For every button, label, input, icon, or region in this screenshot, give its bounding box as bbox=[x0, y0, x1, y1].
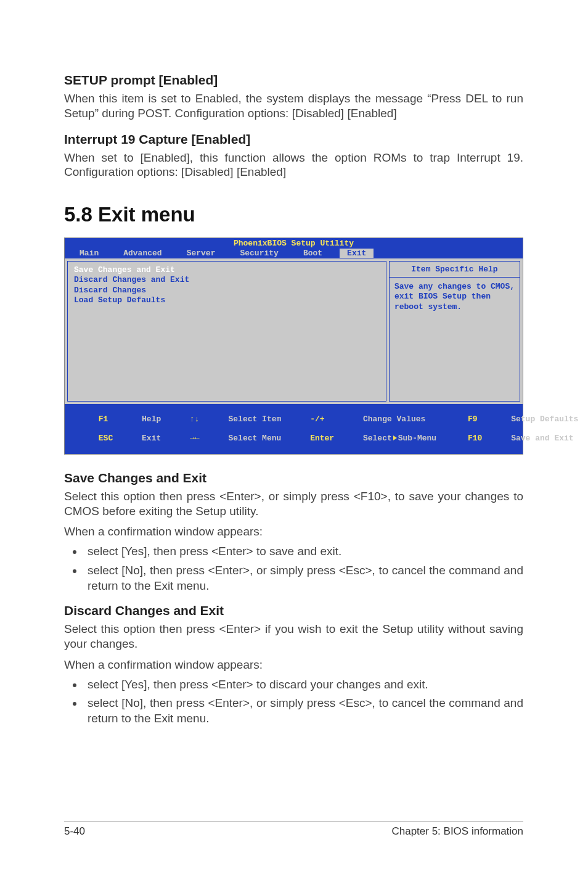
bios-screenshot: PhoenixBIOS Setup Utility Main Advanced … bbox=[64, 237, 523, 455]
tab-security[interactable]: Security bbox=[232, 249, 285, 258]
save-exit-p1: Select this option then press <Enter>, o… bbox=[64, 489, 523, 519]
chapter-label: Chapter 5: BIOS information bbox=[391, 825, 523, 838]
key-f1: F1 bbox=[99, 415, 108, 424]
key-f10: F10 bbox=[468, 434, 482, 443]
discard-exit-li2: select [No], then press <Enter>, or simp… bbox=[84, 696, 523, 726]
key-esc: ESC bbox=[99, 434, 113, 443]
discard-exit-heading: Discard Changes and Exit bbox=[64, 603, 523, 618]
bios-help-panel: Item Specific Help Save any changes to C… bbox=[389, 261, 520, 402]
bios-menu-list: Save Changes and Exit Discard Changes an… bbox=[67, 261, 386, 402]
save-exit-li2: select [No], then press <Enter>, or simp… bbox=[84, 563, 523, 593]
menu-discard-changes[interactable]: Discard Changes bbox=[74, 286, 380, 295]
bios-tabs: Main Advanced Server Security Boot Exit bbox=[65, 249, 523, 258]
interrupt19-heading: Interrupt 19 Capture [Enabled] bbox=[64, 132, 523, 147]
save-exit-list: select [Yes], then press <Enter> to save… bbox=[64, 544, 523, 593]
label-help: Help bbox=[142, 415, 161, 424]
page-number: 5-40 bbox=[64, 825, 85, 838]
bios-title: PhoenixBIOS Setup Utility bbox=[65, 238, 523, 249]
setup-prompt-heading: SETUP prompt [Enabled] bbox=[64, 73, 523, 88]
label-setup-defaults: Setup Defaults bbox=[511, 415, 578, 424]
menu-discard-changes-exit[interactable]: Discard Changes and Exit bbox=[74, 275, 380, 285]
interrupt19-body: When set to [Enabled], this function all… bbox=[64, 151, 523, 180]
exit-menu-title: 5.8 Exit menu bbox=[64, 203, 523, 226]
label-sub-menu: Sub-Menu bbox=[398, 434, 436, 443]
setup-prompt-body: When this item is set to Enabled, the sy… bbox=[64, 91, 523, 121]
save-exit-p2: When a confirmation window appears: bbox=[64, 524, 523, 539]
label-select-sub: Select bbox=[363, 434, 392, 443]
menu-save-changes-exit[interactable]: Save Changes and Exit bbox=[74, 265, 380, 275]
discard-exit-p1: Select this option then press <Enter> if… bbox=[64, 622, 523, 651]
tab-main[interactable]: Main bbox=[72, 249, 106, 258]
tab-server[interactable]: Server bbox=[179, 249, 223, 258]
key-updown: ↑↓ bbox=[190, 415, 200, 424]
triangle-icon bbox=[393, 435, 397, 440]
label-save-exit: Save and Exit bbox=[511, 434, 573, 443]
discard-exit-list: select [Yes], then press <Enter> to disc… bbox=[64, 677, 523, 727]
bios-help-body: Save any changes to CMOS, exit BIOS Setu… bbox=[390, 278, 520, 316]
discard-exit-p2: When a confirmation window appears: bbox=[64, 658, 523, 672]
bios-help-title: Item Specific Help bbox=[390, 262, 520, 278]
tab-exit[interactable]: Exit bbox=[340, 249, 374, 258]
label-change-values: Change Values bbox=[363, 415, 425, 424]
tab-advanced[interactable]: Advanced bbox=[116, 249, 169, 258]
bios-body: Save Changes and Exit Discard Changes an… bbox=[65, 258, 523, 404]
menu-load-setup-defaults[interactable]: Load Setup Defaults bbox=[74, 295, 380, 305]
bios-footer: F1 ESC Help Exit ↑↓ →← Select Item Selec… bbox=[65, 404, 523, 454]
save-exit-li1: select [Yes], then press <Enter> to save… bbox=[84, 544, 523, 559]
key-leftright: →← bbox=[190, 434, 200, 443]
save-exit-heading: Save Changes and Exit bbox=[64, 471, 523, 485]
key-enter: Enter bbox=[310, 434, 334, 443]
tab-boot[interactable]: Boot bbox=[296, 249, 330, 258]
label-select-item: Select Item bbox=[228, 415, 281, 424]
key-f9: F9 bbox=[468, 415, 478, 424]
page-footer: 5-40 Chapter 5: BIOS information bbox=[64, 821, 523, 838]
label-select-menu: Select Menu bbox=[228, 434, 281, 443]
label-exit: Exit bbox=[142, 434, 161, 443]
discard-exit-li1: select [Yes], then press <Enter> to disc… bbox=[84, 677, 523, 693]
key-minus-plus: -/+ bbox=[310, 415, 324, 424]
